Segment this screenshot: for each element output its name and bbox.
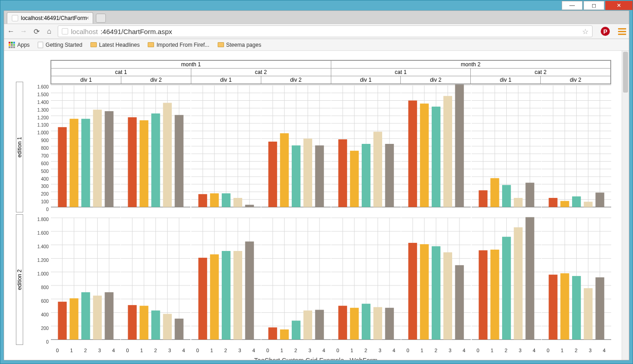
tab-favicon: [12, 15, 18, 21]
reload-button[interactable]: ⟳: [32, 27, 40, 35]
header-edition: edition 2: [16, 214, 23, 345]
bar: [455, 265, 464, 339]
chart-panel: [191, 214, 261, 345]
x-tick-label: 2: [294, 348, 297, 353]
os-window: — ◻ ✕ localhost:46491/ChartForm × ← → ⟳ …: [0, 0, 633, 364]
bar: [210, 193, 219, 207]
bar: [93, 295, 102, 339]
bar: [560, 201, 569, 207]
vertical-scrollbar[interactable]: [622, 51, 629, 360]
bar: [70, 119, 78, 207]
bar: [280, 330, 289, 339]
x-tick-label: 1: [350, 348, 353, 353]
y-axis: 1.8001.6001.4001.2001.0008006004002000: [33, 214, 50, 345]
bookmark-item[interactable]: Steema pages: [218, 42, 261, 48]
chart-panel: [120, 214, 190, 345]
pinterest-extension-icon[interactable]: P: [601, 27, 610, 36]
x-tick-label: 3: [168, 348, 171, 353]
x-tick-label: 2: [84, 348, 87, 353]
bar: [58, 127, 66, 207]
bar: [175, 115, 184, 207]
browser-toolbar: ← → ⟳ ⌂ localhost:46491/ChartForm.aspx ☆…: [4, 24, 629, 39]
forward-button[interactable]: →: [20, 27, 28, 35]
new-tab-button[interactable]: [96, 14, 106, 23]
chart-panel: [471, 214, 541, 345]
chart-panel: [331, 82, 401, 212]
x-tick-label: 1: [210, 348, 213, 353]
bar: [513, 227, 522, 339]
x-tick-label: 4: [322, 348, 325, 353]
bar: [198, 194, 207, 207]
scrollbar-thumb[interactable]: [623, 52, 628, 93]
bookmark-star-icon[interactable]: ☆: [582, 27, 588, 36]
window-maximize-button[interactable]: ◻: [583, 1, 604, 10]
x-tick-label: 4: [182, 348, 185, 353]
x-tick-label: 0: [196, 348, 199, 353]
bar: [548, 275, 557, 339]
y-tick-label: 1.200: [37, 258, 49, 263]
bar: [595, 192, 604, 207]
window-titlebar: — ◻ ✕: [0, 0, 633, 10]
bar: [338, 139, 347, 207]
x-tick-label: 0: [407, 348, 409, 353]
chart-panel: [541, 82, 611, 212]
y-tick-label: 500: [41, 168, 49, 173]
x-tick-label: 3: [449, 348, 451, 353]
chart-panel: [50, 214, 120, 345]
site-icon: [62, 28, 68, 34]
apps-shortcut[interactable]: Apps: [9, 42, 30, 48]
bar: [374, 307, 382, 340]
y-tick-label: 200: [41, 326, 49, 331]
x-tick-group: 01234: [401, 348, 471, 353]
bar: [490, 178, 499, 207]
bookmark-label: Latest Headlines: [99, 42, 140, 48]
bar: [81, 119, 90, 207]
x-tick-label: 2: [575, 348, 578, 353]
x-tick-group: 01234: [541, 348, 611, 353]
browser-tabstrip: localhost:46491/ChartForm ×: [4, 11, 629, 24]
window-close-button[interactable]: ✕: [605, 1, 633, 10]
bar: [315, 310, 324, 340]
bar: [175, 319, 184, 339]
x-tick-group: 01234: [261, 348, 331, 353]
y-tick-label: 1.300: [37, 107, 49, 112]
bar: [432, 107, 440, 207]
bar: [362, 304, 370, 339]
bar: [374, 132, 382, 207]
window-minimize-button[interactable]: —: [562, 1, 583, 10]
bar: [525, 183, 534, 207]
y-tick-label: 900: [41, 138, 49, 143]
y-tick-label: 700: [41, 153, 49, 158]
bar: [163, 314, 172, 340]
bar: [560, 273, 569, 339]
bar: [221, 193, 230, 207]
bar: [93, 110, 102, 207]
bar: [280, 133, 289, 207]
browser-tab[interactable]: localhost:46491/ChartForm ×: [7, 12, 93, 24]
x-tick-label: 0: [336, 348, 339, 353]
bar: [432, 246, 440, 340]
menu-button[interactable]: [618, 28, 626, 35]
y-tick-label: 1.000: [37, 130, 49, 135]
tab-title: localhost:46491/ChartForm: [21, 15, 87, 21]
bookmark-item[interactable]: Getting Started: [38, 42, 82, 48]
x-tick-label: 0: [266, 348, 269, 353]
chart-panel: [261, 214, 331, 345]
bar: [350, 308, 359, 339]
tab-close-icon[interactable]: ×: [86, 15, 89, 21]
page-viewport: month 1 month 2 cat 1 cat 2 cat 1 cat 2 …: [4, 51, 629, 360]
bar: [525, 217, 534, 339]
back-button[interactable]: ←: [7, 27, 15, 35]
bar: [303, 138, 312, 207]
home-button[interactable]: ⌂: [45, 27, 53, 35]
y-tick-label: 100: [41, 199, 49, 204]
bookmark-item[interactable]: Imported From Firef...: [148, 42, 209, 48]
y-tick-label: 0: [46, 207, 49, 212]
x-tick-label: 4: [533, 348, 535, 353]
y-tick-label: 1.600: [37, 84, 49, 89]
x-tick-label: 2: [364, 348, 367, 353]
address-bar[interactable]: localhost:46491/ChartForm.aspx ☆: [58, 25, 593, 37]
chart-row-headers: edition 1 edition 2: [16, 82, 24, 345]
bookmark-item[interactable]: Latest Headlines: [90, 42, 140, 48]
x-tick-label: 1: [491, 348, 493, 353]
